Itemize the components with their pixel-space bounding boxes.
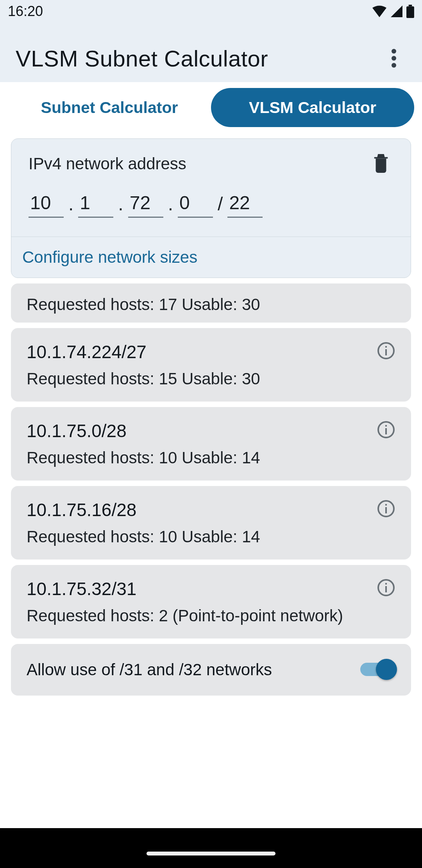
configure-network-sizes-button[interactable]: Configure network sizes bbox=[22, 248, 400, 267]
svg-rect-0 bbox=[409, 5, 412, 6]
tabs: Subnet Calculator VLSM Calculator bbox=[0, 82, 422, 133]
result-card[interactable]: 10.1.75.16/28 Requested hosts: 10 Usable… bbox=[11, 486, 411, 560]
result-detail: Requested hosts: 10 Usable: 14 bbox=[27, 448, 395, 467]
slash-separator: / bbox=[213, 193, 227, 218]
octet-3-input[interactable] bbox=[128, 192, 163, 218]
battery-icon bbox=[406, 5, 414, 18]
svg-rect-13 bbox=[385, 504, 387, 506]
ip-network-label: IPv4 network address bbox=[29, 154, 393, 173]
result-card[interactable]: 10.1.75.32/31 Requested hosts: 2 (Point-… bbox=[11, 565, 411, 638]
octet-2-input[interactable] bbox=[78, 192, 113, 218]
result-detail: Requested hosts: 17 Usable: 30 bbox=[27, 295, 395, 314]
info-icon bbox=[377, 578, 395, 597]
result-address: 10.1.75.16/28 bbox=[27, 499, 395, 520]
result-address: 10.1.75.32/31 bbox=[27, 578, 395, 599]
switch-thumb bbox=[376, 659, 397, 680]
info-icon bbox=[377, 420, 395, 439]
octet-1-input[interactable] bbox=[29, 192, 64, 218]
tab-label: VLSM Calculator bbox=[249, 99, 376, 117]
overflow-menu-button[interactable] bbox=[381, 46, 406, 71]
ip-inputs: . . . / bbox=[29, 192, 393, 218]
result-card-partial[interactable]: Requested hosts: 17 Usable: 30 bbox=[11, 283, 411, 323]
svg-rect-6 bbox=[385, 349, 387, 355]
svg-rect-16 bbox=[385, 583, 387, 585]
allow-31-32-card: Allow use of /31 and /32 networks bbox=[11, 644, 411, 696]
info-button[interactable] bbox=[375, 419, 397, 441]
trash-icon bbox=[372, 152, 390, 174]
result-detail: Requested hosts: 15 Usable: 30 bbox=[27, 369, 395, 388]
result-address: 10.1.75.0/28 bbox=[27, 420, 395, 441]
svg-point-2 bbox=[392, 49, 396, 54]
svg-point-4 bbox=[392, 63, 396, 68]
result-detail: Requested hosts: 10 Usable: 14 bbox=[27, 527, 395, 546]
result-address: 10.1.74.224/27 bbox=[27, 341, 395, 362]
result-card[interactable]: 10.1.74.224/27 Requested hosts: 15 Usabl… bbox=[11, 328, 411, 402]
octet-4-input[interactable] bbox=[178, 192, 213, 218]
ip-network-card: IPv4 network address . . . / Configure bbox=[11, 138, 411, 278]
tab-label: Subnet Calculator bbox=[41, 99, 178, 117]
dot-separator: . bbox=[64, 193, 78, 218]
tab-vlsm-calculator[interactable]: VLSM Calculator bbox=[211, 88, 414, 127]
more-vert-icon bbox=[392, 49, 396, 68]
info-icon bbox=[377, 341, 395, 360]
system-nav-bar bbox=[0, 828, 422, 868]
svg-rect-9 bbox=[385, 428, 387, 434]
svg-rect-7 bbox=[385, 346, 387, 348]
cidr-input[interactable] bbox=[227, 192, 263, 218]
clear-button[interactable] bbox=[368, 151, 393, 176]
svg-rect-15 bbox=[385, 586, 387, 592]
dot-separator: . bbox=[163, 193, 178, 218]
status-time: 16:20 bbox=[8, 3, 43, 20]
app-title: VLSM Subnet Calculator bbox=[16, 45, 268, 72]
wifi-icon bbox=[372, 5, 387, 17]
toggle-label: Allow use of /31 and /32 networks bbox=[27, 660, 272, 679]
info-button[interactable] bbox=[375, 340, 397, 362]
info-button[interactable] bbox=[375, 498, 397, 520]
status-bar: 16:20 bbox=[0, 0, 422, 23]
app-bar: VLSM Subnet Calculator bbox=[0, 34, 422, 82]
info-icon bbox=[377, 499, 395, 518]
svg-rect-12 bbox=[385, 507, 387, 513]
svg-rect-1 bbox=[406, 6, 414, 18]
svg-point-3 bbox=[392, 56, 396, 61]
result-card[interactable]: 10.1.75.0/28 Requested hosts: 10 Usable:… bbox=[11, 407, 411, 481]
svg-rect-10 bbox=[385, 425, 387, 427]
info-button[interactable] bbox=[375, 577, 397, 599]
tab-subnet-calculator[interactable]: Subnet Calculator bbox=[8, 88, 211, 127]
home-pill[interactable] bbox=[147, 852, 275, 855]
result-detail: Requested hosts: 2 (Point-to-point netwo… bbox=[27, 606, 395, 625]
dot-separator: . bbox=[113, 193, 128, 218]
allow-31-32-switch[interactable] bbox=[360, 659, 395, 681]
cellular-icon bbox=[391, 5, 402, 17]
